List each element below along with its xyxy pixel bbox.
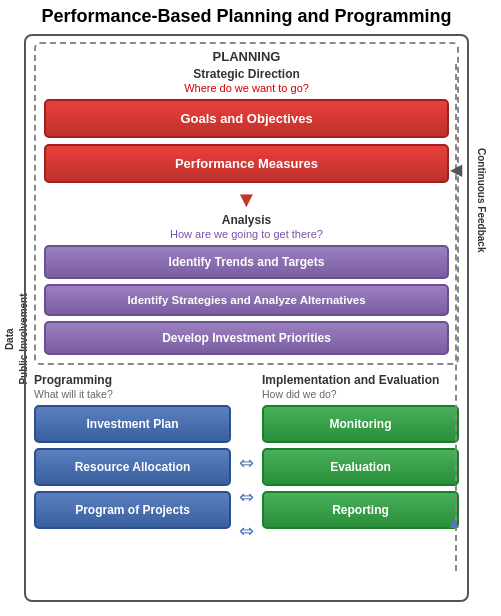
- analysis-label: Analysis: [44, 213, 449, 227]
- monitoring-box: Monitoring: [262, 405, 459, 443]
- main-border-box: ◀ Continuous Feedback ▲ PLANNING Strateg…: [24, 34, 469, 602]
- double-arrow-2: ⇔: [239, 486, 254, 508]
- implementation-label: Implementation and Evaluation: [262, 373, 459, 387]
- identify-trends-box: Identify Trends and Targets: [44, 245, 449, 279]
- horizontal-arrows-container: ⇔ ⇔ ⇔: [239, 373, 254, 592]
- implementation-question: How did we do?: [262, 388, 459, 400]
- goals-objectives-box: Goals and Objectives: [44, 99, 449, 138]
- develop-investment-box: Develop Investment Priorities: [44, 321, 449, 355]
- programming-question: What will it take?: [34, 388, 231, 400]
- feedback-arrow-head: ◀: [450, 160, 462, 179]
- feedback-arrow-bottom: ▲: [446, 514, 462, 532]
- identify-strategies-box: Identify Strategies and Analyze Alternat…: [44, 284, 449, 316]
- outer-wrapper: Performance-Based Planning and Programmi…: [0, 0, 501, 616]
- bottom-sections: Programming What will it take? Investmen…: [34, 373, 459, 592]
- program-of-projects-box: Program of Projects: [34, 491, 231, 529]
- resource-allocation-box: Resource Allocation: [34, 448, 231, 486]
- feedback-dashed-line: [455, 64, 457, 572]
- planning-section: PLANNING Strategic Direction Where do we…: [34, 42, 459, 365]
- investment-plan-box: Investment Plan: [34, 405, 231, 443]
- analysis-question: How are we going to get there?: [44, 228, 449, 240]
- reporting-box: Reporting: [262, 491, 459, 529]
- performance-measures-box: Performance Measures: [44, 144, 449, 183]
- double-arrow-3: ⇔: [239, 520, 254, 542]
- strategic-direction-label: Strategic Direction: [44, 67, 449, 81]
- programming-label: Programming: [34, 373, 231, 387]
- evaluation-box: Evaluation: [262, 448, 459, 486]
- implementation-section: Implementation and Evaluation How did we…: [262, 373, 459, 592]
- planning-label: PLANNING: [44, 49, 449, 64]
- programming-section: Programming What will it take? Investmen…: [34, 373, 231, 592]
- page-title: Performance-Based Planning and Programmi…: [24, 6, 469, 28]
- data-label: Data: [4, 328, 15, 350]
- strategic-direction-question: Where do we want to go?: [44, 82, 449, 94]
- continuous-feedback-label: Continuous Feedback: [476, 148, 487, 252]
- double-arrow-1: ⇔: [239, 452, 254, 474]
- planning-to-analysis-arrow: ▼: [44, 189, 449, 211]
